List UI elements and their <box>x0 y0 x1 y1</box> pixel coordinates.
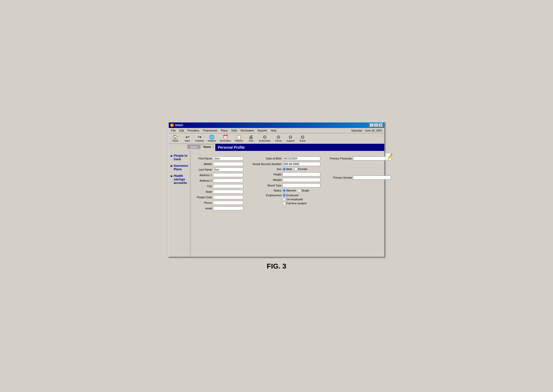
radio-employed-input[interactable] <box>283 194 286 197</box>
input-bloodtype[interactable] <box>283 183 320 187</box>
menu-providers[interactable]: Providers <box>186 128 201 133</box>
form-row-phone: Phone <box>194 201 245 205</box>
input-state[interactable] <box>213 190 243 194</box>
radio-employed[interactable]: Employed <box>283 194 307 197</box>
forward-icon: ↪ <box>198 135 201 139</box>
label-email: email <box>194 207 212 210</box>
input-height[interactable] <box>283 172 320 176</box>
input-firstname[interactable] <box>213 156 243 160</box>
radio-single[interactable]: Single <box>298 189 309 192</box>
arrow-hsa-icon: ▶ <box>171 175 173 177</box>
input-dob[interactable] <box>283 156 320 160</box>
form-row-weight: Weight <box>249 178 320 182</box>
notes-icon[interactable]: 📝 <box>385 153 393 161</box>
toolbar-support[interactable]: ⊙ Support <box>286 134 296 143</box>
radio-married-input[interactable] <box>283 189 286 192</box>
label-status: Status <box>249 189 282 192</box>
email-icon: ⊙ <box>301 135 304 139</box>
input-address2[interactable] <box>213 179 243 183</box>
radio-unemployed[interactable]: Un-employed <box>283 198 307 201</box>
radio-married[interactable]: Married <box>283 189 296 192</box>
radio-male-input[interactable] <box>283 168 286 171</box>
form-right-column: Primary Physician Primary Dentist <box>320 156 391 212</box>
toolbar-reminders[interactable]: ⏰ Reminders <box>219 134 232 143</box>
input-postal[interactable] <box>213 195 243 199</box>
maximize-button[interactable]: □ <box>374 123 378 127</box>
menu-hsa[interactable]: HSA <box>230 128 239 133</box>
label-weight: Weight <box>249 178 282 181</box>
input-address1[interactable] <box>213 173 243 177</box>
toolbar-website[interactable]: 🌐 Website <box>207 134 217 143</box>
form-row-lastname: Last Name <box>194 168 245 172</box>
radio-student[interactable]: Full time student <box>283 202 307 205</box>
back-label: Back <box>185 140 190 142</box>
radio-single-input[interactable] <box>298 189 301 192</box>
input-weight[interactable] <box>283 178 320 182</box>
toolbar-print[interactable]: 🖨 Print <box>246 134 256 143</box>
current-date: Saturday - June 26, 2001 <box>351 129 383 132</box>
close-button[interactable]: ✕ <box>379 123 383 127</box>
label-middle: Middle <box>194 162 212 166</box>
form-row-bloodtype: Blood Type <box>249 183 320 187</box>
input-ssn[interactable] <box>283 162 320 166</box>
radio-unemployed-input[interactable] <box>283 198 286 201</box>
sidebar-hsa-label: Health savings accounts <box>174 174 188 185</box>
label-bloodtype: Blood Type <box>249 184 282 187</box>
toolbar-email[interactable]: ⊙ Email <box>298 134 308 143</box>
input-lastname[interactable] <box>213 168 243 172</box>
page-header: Personal Profile <box>215 144 384 151</box>
radio-male[interactable]: Male <box>283 168 292 171</box>
input-phone[interactable] <box>213 201 243 205</box>
toolbar-reports[interactable]: 📋 Reports <box>234 134 244 143</box>
menu-pharmacies[interactable]: Pharmacies <box>201 128 219 133</box>
support-icon: ⊙ <box>289 135 292 139</box>
label-ssn: Social Security Number <box>249 162 282 166</box>
tab-setup[interactable]: Setup <box>187 145 200 149</box>
input-middle[interactable] <box>213 162 243 166</box>
sidebar-item-insurance[interactable]: ▶ Insurance Plans <box>170 162 189 173</box>
input-email[interactable] <box>213 206 243 210</box>
radio-female-input[interactable] <box>294 168 298 171</box>
print-label: Print <box>249 140 254 142</box>
toolbar-home[interactable]: 🏠 Home <box>170 134 180 143</box>
toolbar-back[interactable]: ↩ Back <box>182 134 192 143</box>
form-row-height: Height <box>249 172 320 176</box>
label-firstname: First Name <box>194 157 212 160</box>
sidebar-item-people[interactable]: ▶ People to track <box>170 152 189 162</box>
sidebar-insurance-label: Insurance Plans <box>174 164 188 171</box>
label-city: City <box>194 185 212 188</box>
menu-edit[interactable]: Edit <box>178 128 186 133</box>
form-row-firstname: First Name <box>194 156 245 160</box>
input-city[interactable] <box>213 184 243 188</box>
menu-help[interactable]: Help <box>269 128 278 133</box>
form-row-dentist: Primary Dentist <box>324 176 391 180</box>
form-row-address1: Address 1 <box>194 173 245 177</box>
minimize-button[interactable]: _ <box>370 123 374 127</box>
toolbar-brokerweb[interactable]: ⊙ BrokerWeb <box>258 134 271 143</box>
website-label: Website <box>208 140 216 142</box>
radio-student-input[interactable] <box>283 202 286 205</box>
sidebar-people-label: People to track <box>174 154 188 161</box>
label-address1: Address 1 <box>194 174 212 177</box>
label-phone: Phone <box>194 201 212 204</box>
menu-reports[interactable]: Reports <box>256 128 269 133</box>
sidebar-item-hsa[interactable]: ▶ Health savings accounts <box>170 173 189 186</box>
tab-home[interactable]: Home <box>200 145 214 149</box>
toolbar-forward[interactable]: ↪ Forward <box>194 134 205 143</box>
reports-label: Reports <box>235 140 243 142</box>
menu-file[interactable]: File <box>170 128 177 133</box>
menu-plans[interactable]: Plans <box>219 128 229 133</box>
input-dentist[interactable] <box>353 176 391 180</box>
menu-reminders[interactable]: Reminders <box>239 128 255 133</box>
form-middle-column: Date of Birth Social Security Number Sex <box>245 156 320 212</box>
window-controls: _ □ ✕ <box>370 123 383 127</box>
back-icon: ↩ <box>186 135 189 139</box>
form-row-employment: Employment Employed Un-employed Full tim… <box>249 194 320 205</box>
form-left-column: First Name Middle Last Name Address <box>194 156 245 212</box>
radio-female[interactable]: Female <box>294 168 307 171</box>
print-icon: 🖨 <box>249 135 253 139</box>
reminders-label: Reminders <box>220 140 231 142</box>
toolbar-forms[interactable]: ⊙ Forms <box>273 134 284 143</box>
form-row-middle: Middle <box>194 162 245 166</box>
forward-label: Forward <box>195 140 204 142</box>
